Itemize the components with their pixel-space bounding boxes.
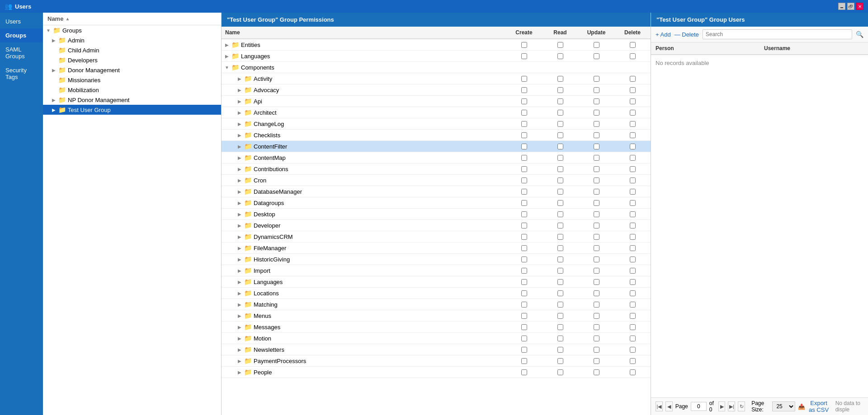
- perm-row-toggle[interactable]: ▶: [237, 178, 242, 183]
- perm-read-checkbox[interactable]: [557, 223, 563, 228]
- perm-create-checkbox[interactable]: [521, 155, 527, 161]
- perm-row-toggle[interactable]: ▶: [237, 121, 242, 126]
- perm-read-checkbox[interactable]: [557, 144, 563, 149]
- perm-read-checkbox[interactable]: [557, 358, 563, 364]
- page-number-input[interactable]: [691, 402, 707, 411]
- perm-read-checkbox[interactable]: [557, 121, 563, 127]
- perm-delete-checkbox[interactable]: [630, 42, 636, 48]
- perm-row-toggle[interactable]: ▶: [237, 88, 242, 93]
- perm-create-checkbox[interactable]: [521, 302, 527, 308]
- perm-create-checkbox[interactable]: [521, 98, 527, 104]
- perm-update-checkbox[interactable]: [594, 166, 599, 172]
- perm-update-checkbox[interactable]: [594, 144, 599, 149]
- perm-read-checkbox[interactable]: [557, 279, 563, 285]
- perm-update-checkbox[interactable]: [594, 302, 599, 308]
- perm-row-toggle[interactable]: ▶: [237, 313, 242, 318]
- perm-delete-checkbox[interactable]: [630, 324, 636, 330]
- prev-page-btn[interactable]: ◀: [665, 401, 673, 411]
- perm-create-checkbox[interactable]: [521, 110, 527, 116]
- perm-row-toggle[interactable]: ▶: [237, 189, 242, 194]
- perm-create-checkbox[interactable]: [521, 358, 527, 364]
- perm-create-checkbox[interactable]: [521, 121, 527, 127]
- perm-read-checkbox[interactable]: [557, 42, 563, 48]
- perm-delete-checkbox[interactable]: [630, 223, 636, 228]
- perm-create-checkbox[interactable]: [521, 223, 527, 228]
- perm-create-checkbox[interactable]: [521, 369, 527, 375]
- perm-row-toggle[interactable]: ▶: [237, 302, 242, 307]
- perm-delete-checkbox[interactable]: [630, 302, 636, 308]
- perm-delete-checkbox[interactable]: [630, 98, 636, 104]
- maximize-btn[interactable]: 🗗: [847, 3, 854, 10]
- perm-row-toggle[interactable]: ▶: [237, 280, 242, 284]
- perm-delete-checkbox[interactable]: [630, 87, 636, 93]
- perm-read-checkbox[interactable]: [557, 110, 563, 116]
- refresh-btn[interactable]: ↻: [738, 401, 745, 411]
- perm-read-checkbox[interactable]: [557, 234, 563, 240]
- sidebar-item-groups[interactable]: Groups: [0, 28, 43, 42]
- perm-create-checkbox[interactable]: [521, 132, 527, 138]
- perm-row-toggle[interactable]: ▶: [237, 291, 242, 296]
- perm-read-checkbox[interactable]: [557, 166, 563, 172]
- perm-read-checkbox[interactable]: [557, 369, 563, 375]
- perm-create-checkbox[interactable]: [521, 53, 527, 59]
- first-page-btn[interactable]: |◀: [656, 401, 663, 411]
- perm-create-checkbox[interactable]: [521, 200, 527, 206]
- toggle-donor-mgmt[interactable]: ▶: [51, 68, 57, 73]
- perm-delete-checkbox[interactable]: [630, 177, 636, 183]
- perm-update-checkbox[interactable]: [594, 53, 599, 59]
- perm-delete-checkbox[interactable]: [630, 110, 636, 116]
- toggle-groups[interactable]: ▼: [46, 28, 51, 33]
- perm-update-checkbox[interactable]: [594, 313, 599, 319]
- perm-create-checkbox[interactable]: [521, 87, 527, 93]
- perm-update-checkbox[interactable]: [594, 110, 599, 116]
- close-btn[interactable]: ✕: [856, 3, 863, 10]
- last-page-btn[interactable]: ▶|: [728, 401, 735, 411]
- perm-update-checkbox[interactable]: [594, 268, 599, 274]
- export-csv-btn[interactable]: 📤 Export as CSV: [798, 400, 830, 413]
- perm-delete-checkbox[interactable]: [630, 76, 636, 82]
- perm-row-toggle[interactable]: ▶: [237, 76, 242, 81]
- perm-update-checkbox[interactable]: [594, 87, 599, 93]
- perm-create-checkbox[interactable]: [521, 166, 527, 172]
- perm-row-toggle[interactable]: ▶: [237, 325, 242, 330]
- perm-read-checkbox[interactable]: [557, 155, 563, 161]
- perm-read-checkbox[interactable]: [557, 268, 563, 274]
- search-input[interactable]: [703, 29, 852, 39]
- next-page-btn[interactable]: ▶: [718, 401, 726, 411]
- perm-row-toggle[interactable]: ▶: [237, 167, 242, 172]
- perm-delete-checkbox[interactable]: [630, 358, 636, 364]
- perm-create-checkbox[interactable]: [521, 211, 527, 217]
- perm-row-toggle[interactable]: ▶: [237, 336, 242, 341]
- perm-read-checkbox[interactable]: [557, 98, 563, 104]
- perm-delete-checkbox[interactable]: [630, 347, 636, 353]
- perm-read-checkbox[interactable]: [557, 256, 563, 262]
- perm-create-checkbox[interactable]: [521, 76, 527, 82]
- perm-read-checkbox[interactable]: [557, 132, 563, 138]
- perm-delete-checkbox[interactable]: [630, 155, 636, 161]
- perm-create-checkbox[interactable]: [521, 42, 527, 48]
- tree-item-groups-root[interactable]: ▼ 📁 Groups: [43, 25, 221, 35]
- perm-update-checkbox[interactable]: [594, 42, 599, 48]
- perm-update-checkbox[interactable]: [594, 324, 599, 330]
- perm-read-checkbox[interactable]: [557, 76, 563, 82]
- tree-item-child-admin[interactable]: 📁 Child Admin: [43, 45, 221, 55]
- perm-update-checkbox[interactable]: [594, 358, 599, 364]
- perm-update-checkbox[interactable]: [594, 347, 599, 353]
- perm-delete-checkbox[interactable]: [630, 132, 636, 138]
- toggle-test-user-group[interactable]: ▶: [51, 107, 57, 112]
- perm-update-checkbox[interactable]: [594, 98, 599, 104]
- search-icon-button[interactable]: 🔍: [856, 31, 863, 38]
- perm-read-checkbox[interactable]: [557, 177, 563, 183]
- add-button[interactable]: + Add: [656, 31, 671, 38]
- tree-item-missionaries[interactable]: 📁 Missionaries: [43, 75, 221, 85]
- perm-row-toggle[interactable]: ▶: [237, 268, 242, 273]
- perm-row-toggle[interactable]: ▶: [237, 234, 242, 239]
- perm-read-checkbox[interactable]: [557, 189, 563, 195]
- perm-delete-checkbox[interactable]: [630, 189, 636, 195]
- perm-update-checkbox[interactable]: [594, 369, 599, 375]
- perm-read-checkbox[interactable]: [557, 302, 563, 308]
- delete-button[interactable]: — Delete: [675, 31, 699, 38]
- perm-create-checkbox[interactable]: [521, 290, 527, 296]
- perm-create-checkbox[interactable]: [521, 234, 527, 240]
- perm-read-checkbox[interactable]: [557, 211, 563, 217]
